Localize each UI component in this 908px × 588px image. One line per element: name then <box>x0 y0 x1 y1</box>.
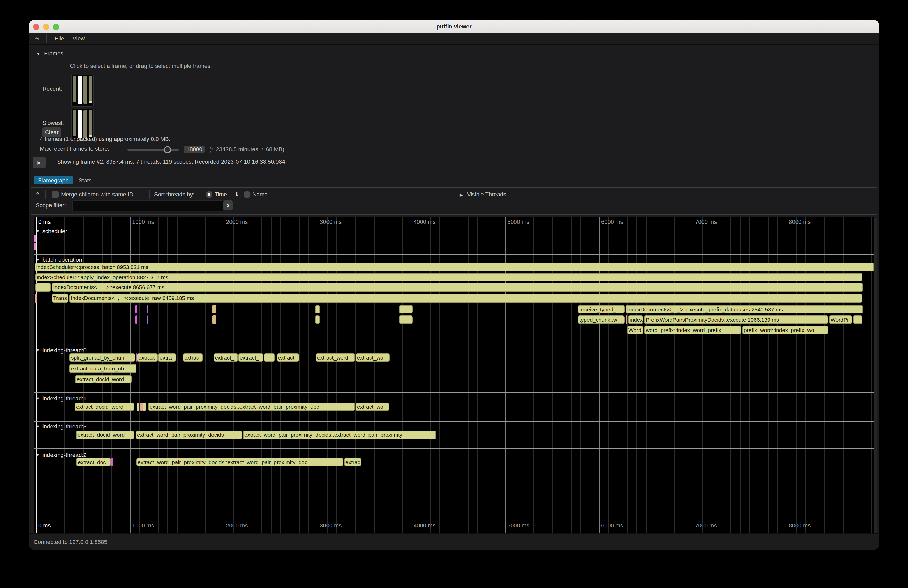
scope-bar[interactable] <box>140 402 142 411</box>
frame-thumbnail-bar[interactable] <box>89 76 92 101</box>
max-frames-slider-track[interactable] <box>127 148 179 151</box>
scope-bar[interactable] <box>111 458 113 466</box>
clear-button[interactable]: Clear <box>42 127 61 137</box>
thread-header-batch-operation[interactable]: ▼batch-operation <box>36 256 82 263</box>
scope-bar[interactable]: extract <box>277 353 299 361</box>
scope-bar[interactable]: extract_doc <box>76 458 111 466</box>
scope-bar[interactable]: Word <box>627 326 643 334</box>
scope-bar[interactable]: extract_ <box>238 353 263 361</box>
scope-bar[interactable]: extract_docid_word <box>75 402 134 411</box>
scope-bar[interactable]: extract <box>137 353 158 361</box>
scope-bar[interactable] <box>135 315 137 324</box>
frames-header[interactable]: Frames <box>44 50 63 56</box>
sort-by-time-label[interactable]: Time <box>214 191 227 198</box>
thread-header-indexing-thread-1[interactable]: ▼indexing-thread:1 <box>36 395 87 402</box>
scope-bar[interactable] <box>264 353 275 361</box>
scope-bar[interactable] <box>399 315 412 324</box>
scope-bar[interactable]: IndexDocuments<_, _>::execute_raw 8459.1… <box>69 294 862 302</box>
menu-file[interactable]: File <box>55 35 64 42</box>
scope-bar[interactable]: typed_chunk::w <box>578 315 625 324</box>
scope-bar[interactable]: extrac <box>344 458 361 466</box>
scope-bar[interactable] <box>34 294 37 302</box>
scope-filter-input[interactable] <box>72 201 223 211</box>
scope-bar[interactable]: IndexDocuments<_, _>::execute 8656.677 m… <box>52 283 863 291</box>
thread-header-scheduler[interactable]: ▼scheduler <box>36 228 67 235</box>
thread-collapse-icon[interactable]: ▼ <box>36 396 40 401</box>
scope-bar[interactable] <box>626 315 627 324</box>
flamegraph-canvas[interactable]: 0 ms0 ms1000 ms1000 ms2000 ms2000 ms3000… <box>34 217 877 533</box>
recent-frames-thumbnail[interactable] <box>71 75 94 107</box>
scope-bar[interactable]: extract_word_pair_proximity_docids <box>135 431 242 439</box>
scope-bar[interactable] <box>147 305 147 313</box>
scope-bar[interactable] <box>853 315 862 324</box>
scope-bar[interactable] <box>213 305 216 313</box>
scope-bar[interactable]: extract_docid_word <box>76 431 134 439</box>
scope-bar[interactable]: receive_typed_ <box>578 305 625 313</box>
scope-bar[interactable]: extract_word_pair_proximity_docids::extr… <box>148 402 355 411</box>
sort-by-name-label[interactable]: Name <box>253 191 268 198</box>
frame-thumbnail-bar[interactable] <box>83 110 87 138</box>
scope-bar[interactable]: extract_wo <box>356 402 389 411</box>
sort-by-name-radio[interactable] <box>243 191 250 198</box>
help-button[interactable]: ? <box>36 191 39 198</box>
scope-bar[interactable]: split_grenad_by_chun <box>69 353 135 361</box>
max-frames-value[interactable]: 18000 <box>184 146 205 153</box>
scope-bar[interactable]: IndexScheduler>::apply_index_operation 8… <box>35 273 862 281</box>
max-frames-slider-knob[interactable] <box>164 146 171 153</box>
thread-collapse-icon[interactable]: ▼ <box>36 453 40 457</box>
scope-bar[interactable]: WordPr <box>829 315 852 324</box>
tab-flamegraph[interactable]: Flamegraph <box>34 176 73 185</box>
scope-bar[interactable] <box>137 402 139 411</box>
scope-bar[interactable] <box>315 305 320 313</box>
scope-bar[interactable]: extract_ <box>213 353 238 361</box>
scope-bar[interactable]: extrac <box>183 353 202 361</box>
scope-bar[interactable]: IndexDocuments<_, _>::execute_prefix_dat… <box>626 305 863 313</box>
frame-thumbnail-bar[interactable] <box>89 110 92 135</box>
thread-header-indexing-thread-2[interactable]: ▼indexing-thread:2 <box>36 451 87 458</box>
scope-bar[interactable] <box>34 243 36 250</box>
scope-bar[interactable]: extract_word_pair_proximity_docids::extr… <box>136 458 343 466</box>
scope-bar[interactable] <box>34 235 36 242</box>
scope-bar[interactable]: Trans <box>52 294 68 302</box>
scope-bar[interactable] <box>315 315 320 324</box>
scope-bar[interactable] <box>147 315 147 324</box>
visible-threads-collapse-icon[interactable]: ▶ <box>460 193 463 198</box>
thread-collapse-icon[interactable]: ▼ <box>36 257 40 262</box>
frame-thumbnail-bar[interactable] <box>72 76 76 102</box>
sort-direction-down-icon[interactable]: ⬇ <box>234 191 239 198</box>
scope-bar[interactable]: IndexScheduler>::process_batch 8953.821 … <box>34 263 874 271</box>
menu-view[interactable]: View <box>72 35 85 42</box>
frame-thumbnail-bar[interactable] <box>72 110 76 136</box>
thread-header-indexing-thread-0[interactable]: ▼indexing-thread:0 <box>36 347 87 353</box>
frame-thumbnail-bar[interactable] <box>78 110 82 138</box>
frame-thumbnail-bar[interactable] <box>78 76 82 104</box>
scope-bar[interactable]: extract::data_from_ob <box>69 364 136 373</box>
scope-bar[interactable]: extract_word_pair_proximity_docids::extr… <box>243 431 436 439</box>
scope-bar[interactable] <box>35 283 50 291</box>
thread-collapse-icon[interactable]: ▼ <box>36 348 40 353</box>
scope-bar[interactable]: index <box>628 315 643 324</box>
thread-header-indexing-thread-3[interactable]: ▼indexing-thread:3 <box>36 423 87 430</box>
thread-collapse-icon[interactable]: ▼ <box>36 424 40 429</box>
visible-threads-label[interactable]: Visible Threads <box>467 191 506 198</box>
scope-bar[interactable]: extract_docid_word <box>75 375 132 383</box>
titlebar[interactable]: puffin viewer <box>29 20 879 34</box>
scope-bar[interactable] <box>135 353 137 361</box>
scope-bar[interactable] <box>135 305 137 313</box>
scope-bar[interactable] <box>143 402 146 411</box>
vertical-scrollbar[interactable] <box>874 217 877 533</box>
merge-children-label[interactable]: Merge children with same ID <box>61 191 134 198</box>
theme-toggle-sun-icon[interactable]: ✳ <box>35 35 39 42</box>
frames-collapse-icon[interactable]: ▼ <box>36 52 40 56</box>
frame-thumbnail-bar[interactable] <box>83 76 87 104</box>
merge-children-checkbox[interactable] <box>52 191 58 198</box>
thread-collapse-icon[interactable]: ▼ <box>36 229 40 234</box>
scope-bar[interactable]: extract_wo <box>356 353 390 361</box>
scope-bar[interactable]: prefix_word::index_prefix_wo <box>742 326 828 334</box>
play-button[interactable]: ▶ <box>33 157 45 169</box>
scope-bar[interactable]: extra <box>158 353 176 361</box>
scope-bar[interactable] <box>213 315 216 324</box>
scope-bar[interactable]: word_prefix::index_word_prefix_ <box>644 326 741 334</box>
scope-bar[interactable] <box>399 305 412 313</box>
tab-stats[interactable]: Stats <box>76 176 94 185</box>
